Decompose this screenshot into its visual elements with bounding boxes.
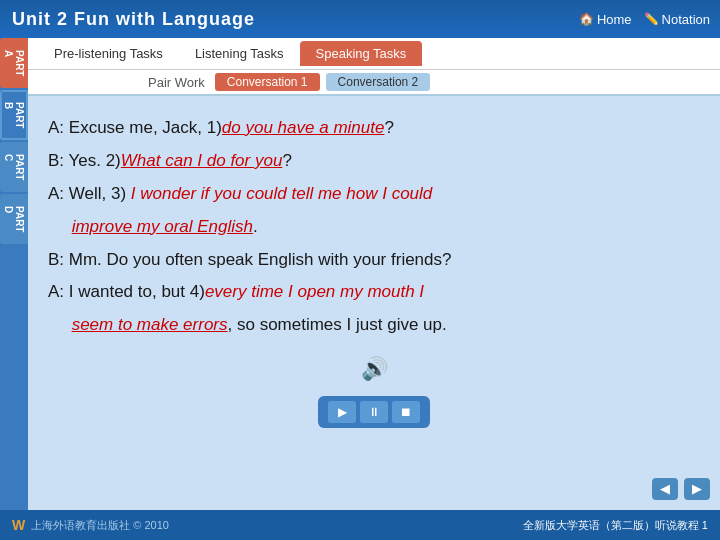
prev-page-button[interactable]: ◀ — [652, 478, 678, 500]
text-a2-phrase: I wonder if you could tell me how I coul… — [131, 184, 432, 203]
text-a1-normal: Excuse me, Jack, 1) — [69, 118, 222, 137]
sub-nav: Pair Work Conversation 1 Conversation 2 — [28, 70, 720, 96]
header-nav: 🏠 Home ✏️ Notation — [579, 12, 710, 27]
play-button[interactable]: ▶ — [328, 401, 356, 423]
line-3b: improve my oral English. — [48, 213, 700, 242]
line-1: A: Excuse me, Jack, 1)do you have a minu… — [48, 114, 700, 143]
home-link[interactable]: 🏠 Home — [579, 12, 632, 27]
sidebar-tab-part-d[interactable]: PARTD — [0, 194, 28, 244]
footer-publisher: 上海外语教育出版社 © 2010 — [31, 518, 169, 533]
text-a3-phrase: every time I open my mouth I — [205, 282, 424, 301]
footer-logo: W — [12, 517, 25, 533]
text-b1-normal: Yes. 2) — [68, 151, 120, 170]
text-a3-indent — [48, 315, 72, 334]
tab-speaking[interactable]: Speaking Tasks — [300, 41, 423, 66]
text-a1-phrase: do you have a minute — [222, 118, 385, 137]
line-5: A: I wanted to, but 4)every time I open … — [48, 278, 700, 307]
sidebar-tab-part-a[interactable]: PARTA — [0, 38, 28, 88]
notation-link[interactable]: ✏️ Notation — [644, 12, 710, 27]
home-icon: 🏠 — [579, 12, 594, 26]
playback-controls: ▶ ⏸ ⏹ — [318, 396, 430, 428]
home-label: Home — [597, 12, 632, 27]
text-a1-end: ? — [384, 118, 393, 137]
line-4: B: Mm. Do you often speak English with y… — [48, 246, 700, 275]
tab-pre-listening[interactable]: Pre-listening Tasks — [38, 41, 179, 66]
speaker-b2: B: — [48, 250, 64, 269]
tab-listening[interactable]: Listening Tasks — [179, 41, 300, 66]
stop-button[interactable]: ⏹ — [392, 401, 420, 423]
content-area: A: Excuse me, Jack, 1)do you have a minu… — [28, 96, 720, 510]
text-a3-normal: I wanted to, but 4) — [69, 282, 205, 301]
text-b1-phrase: What can I do for you — [121, 151, 283, 170]
sidebar-tab-part-c[interactable]: PARTC — [0, 142, 28, 192]
controls-area: 🔊 ▶ ⏸ ⏹ — [48, 344, 700, 437]
main-content: Pre-listening Tasks Listening Tasks Spea… — [28, 38, 720, 510]
text-a3-end: , so sometimes I just give up. — [228, 315, 447, 334]
sub-tab-conversation1[interactable]: Conversation 1 — [215, 73, 320, 91]
sidebar-tab-part-b[interactable]: PARTB — [0, 90, 28, 140]
text-b2: Mm. Do you often speak English with your… — [69, 250, 452, 269]
nav-bar: Pre-listening Tasks Listening Tasks Spea… — [28, 38, 720, 70]
text-a2-indent — [48, 217, 72, 236]
pair-work-label: Pair Work — [148, 75, 205, 90]
notation-icon: ✏️ — [644, 12, 659, 26]
sub-tab-conversation2[interactable]: Conversation 2 — [326, 73, 431, 91]
speaker-b1: B: — [48, 151, 64, 170]
notation-label: Notation — [662, 12, 710, 27]
text-a2-end: . — [253, 217, 258, 236]
text-a3-phrase2: seem to make errors — [72, 315, 228, 334]
text-a2-phrase2: improve my oral English — [72, 217, 253, 236]
footer: W 上海外语教育出版社 © 2010 全新版大学英语（第二版）听说教程 1 — [0, 510, 720, 540]
header-title: Unit 2 Fun with Language — [12, 9, 255, 30]
speaker-icon: 🔊 — [361, 350, 388, 387]
speaker-a3: A: — [48, 282, 64, 301]
line-3: A: Well, 3) I wonder if you could tell m… — [48, 180, 700, 209]
line-2: B: Yes. 2)What can I do for you? — [48, 147, 700, 176]
next-page-button[interactable]: ▶ — [684, 478, 710, 500]
page-nav: ◀ ▶ — [652, 478, 710, 500]
footer-book-title: 全新版大学英语（第二版）听说教程 1 — [523, 518, 708, 533]
line-5b: seem to make errors, so sometimes I just… — [48, 311, 700, 340]
pause-button[interactable]: ⏸ — [360, 401, 388, 423]
text-b1-end: ? — [282, 151, 291, 170]
footer-left: W 上海外语教育出版社 © 2010 — [12, 517, 169, 533]
header: Unit 2 Fun with Language 🏠 Home ✏️ Notat… — [0, 0, 720, 38]
sidebar: PARTA PARTB PARTC PARTD — [0, 38, 28, 510]
speaker-a2: A: — [48, 184, 64, 203]
speaker-a1: A: — [48, 118, 64, 137]
text-a2-normal: Well, 3) — [69, 184, 131, 203]
